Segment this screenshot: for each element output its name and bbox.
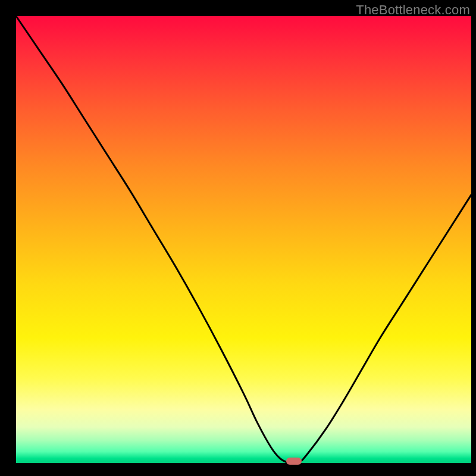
chart-stage: TheBottleneck.com	[0, 0, 476, 476]
plot-area	[16, 16, 471, 463]
minimum-marker	[286, 458, 302, 465]
watermark-text: TheBottleneck.com	[356, 2, 470, 18]
curve-path	[16, 16, 471, 464]
bottleneck-curve	[16, 16, 471, 463]
